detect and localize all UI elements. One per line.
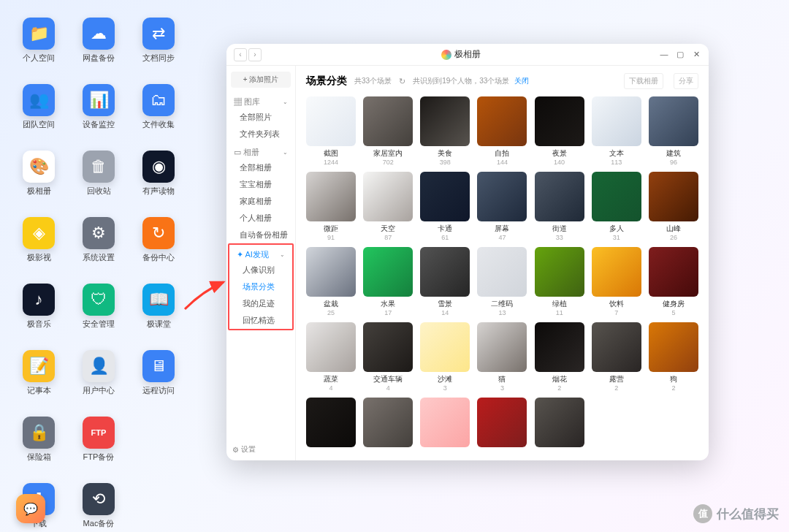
scene-tile[interactable]: 建筑96	[649, 96, 698, 166]
scene-name: 天空	[381, 224, 395, 234]
minimize-button[interactable]: —	[659, 50, 669, 59]
scene-tile[interactable]: 微距91	[306, 172, 356, 241]
scene-thumbnail	[363, 247, 413, 297]
scene-count: 33	[556, 234, 563, 241]
scene-thumbnail	[363, 398, 413, 447]
desktop-icon[interactable]: 🗂文件收集	[129, 84, 188, 130]
scene-tile[interactable]: 二维码13	[477, 247, 527, 316]
scene-tile[interactable]: 截图1244	[306, 96, 356, 166]
scene-tile[interactable]: 美食398	[420, 96, 470, 166]
share-button[interactable]: 分享	[674, 73, 698, 89]
scene-count: 14	[441, 309, 449, 316]
scene-tile[interactable]: 卡通61	[420, 172, 470, 241]
scene-tile[interactable]: 街道33	[535, 172, 584, 241]
desktop-icon[interactable]: ♪极音乐	[9, 284, 69, 330]
desktop-icon[interactable]: 🖥远程访问	[129, 350, 188, 396]
desktop-icon[interactable]: 🗑回收站	[69, 151, 129, 197]
sidebar-item[interactable]: 全部照片	[226, 109, 295, 126]
desktop-icon[interactable]: ◈极影视	[9, 217, 69, 263]
app-logo-icon	[441, 50, 451, 60]
refresh-icon[interactable]: ↻	[399, 77, 405, 86]
scene-tile[interactable]: 屏幕47	[477, 172, 527, 241]
desktop-icon[interactable]: FTPFTP备份	[69, 417, 129, 463]
sidebar-item[interactable]: 我的足迹	[229, 295, 292, 312]
desktop-icon[interactable]: 📝记事本	[9, 350, 69, 396]
scene-tile[interactable]: 水果17	[363, 247, 413, 316]
page-title: 场景分类	[306, 75, 347, 88]
sidebar-section[interactable]: ▭ 相册⌄	[226, 142, 295, 159]
scene-thumbnail	[420, 247, 470, 297]
sidebar-item[interactable]: 宝宝相册	[226, 176, 295, 193]
sidebar-item[interactable]: 回忆精选	[229, 312, 292, 329]
sidebar-section[interactable]: ▦ 图库⌄	[226, 92, 295, 109]
scene-count: 47	[498, 234, 506, 241]
scene-thumbnail	[535, 322, 584, 372]
desktop-icon[interactable]: 👤用户中心	[69, 350, 129, 396]
sidebar-item[interactable]: 家庭相册	[226, 193, 295, 210]
sidebar-item[interactable]: 全部相册	[226, 159, 295, 176]
scene-tile[interactable]: 健身房5	[649, 247, 698, 316]
scene-tile[interactable]: 夜景140	[535, 96, 584, 166]
desktop-icon[interactable]: 🔒保险箱	[9, 417, 69, 463]
chat-bubble-button[interactable]: 💬	[16, 494, 45, 523]
scene-tile[interactable]: 饮料7	[592, 247, 641, 316]
nav-forward-button[interactable]: ›	[248, 48, 262, 61]
settings-button[interactable]: ⚙ 设置	[232, 444, 256, 455]
scene-thumbnail	[649, 96, 698, 146]
scene-count: 2	[614, 384, 618, 392]
sidebar-item[interactable]: 自动备份相册	[226, 227, 295, 243]
scene-tile[interactable]: 蔬菜4	[306, 322, 356, 392]
desktop-icon[interactable]: 📁个人空间	[9, 18, 69, 64]
scene-tile[interactable]: 狗2	[649, 322, 698, 392]
close-link[interactable]: 关闭	[514, 77, 529, 85]
scene-tile[interactable]	[420, 398, 470, 449]
content-header: 场景分类 共33个场景 ↻ 共识别到19个人物，33个场景 关闭 下载相册 分享	[296, 66, 709, 96]
desktop-icon[interactable]: ◉有声读物	[129, 151, 188, 197]
recognition-info: 共识别到19个人物，33个场景 关闭	[413, 76, 529, 86]
scene-name: 卡通	[438, 224, 452, 234]
add-photo-button[interactable]: + 添加照片	[231, 72, 291, 88]
watermark: 值 什么值得买	[693, 504, 779, 523]
scene-tile[interactable]: 天空87	[363, 172, 413, 241]
download-album-button[interactable]: 下载相册	[624, 73, 663, 89]
desktop-icon[interactable]: ↻备份中心	[129, 217, 188, 263]
scene-tile[interactable]: 自拍144	[477, 96, 527, 166]
sidebar-item[interactable]: 场景分类	[229, 278, 292, 295]
close-button[interactable]: ✕	[691, 50, 701, 59]
sidebar-item[interactable]: 个人相册	[226, 210, 295, 227]
scene-tile[interactable]: 文本113	[592, 96, 641, 166]
desktop-icon[interactable]: 🛡安全管理	[69, 284, 129, 330]
scene-tile[interactable]: 雪景14	[420, 247, 470, 316]
desktop-icon[interactable]: 📊设备监控	[69, 84, 129, 130]
scene-tile[interactable]	[363, 398, 413, 449]
scene-tile[interactable]: 露营2	[592, 322, 641, 392]
desktop-icon[interactable]: ⇄文档同步	[129, 18, 188, 64]
desktop-icon[interactable]: ⚙系统设置	[69, 217, 129, 263]
maximize-button[interactable]: ▢	[675, 50, 685, 59]
scene-tile[interactable]	[306, 398, 356, 449]
scene-tile[interactable]: 绿植11	[535, 247, 584, 316]
desktop-icon[interactable]: ⟲Mac备份	[69, 483, 129, 529]
scene-tile[interactable]: 烟花2	[535, 322, 584, 392]
nav-back-button[interactable]: ‹	[234, 48, 247, 61]
desktop-icon[interactable]: 📖极课堂	[129, 284, 188, 330]
scene-tile[interactable]	[535, 398, 584, 449]
scene-tile[interactable]: 山峰26	[649, 172, 698, 241]
desktop-icon[interactable]: ☁网盘备份	[69, 18, 129, 64]
scene-tile[interactable]: 沙滩3	[420, 322, 470, 392]
desktop-icon[interactable]: 🎨极相册	[9, 151, 69, 197]
sidebar-section-ai[interactable]: ✦ AI发现⌄	[229, 245, 292, 262]
scene-name: 狗	[670, 374, 677, 384]
scene-name: 微距	[324, 224, 338, 234]
scene-tile[interactable]: 交通车辆4	[363, 322, 413, 392]
sidebar-item[interactable]: 文件夹列表	[226, 126, 295, 142]
scene-tile[interactable]	[477, 398, 527, 449]
scene-tile[interactable]: 猫3	[477, 322, 527, 392]
scene-name: 文本	[609, 148, 624, 159]
scene-tile[interactable]: 盆栽25	[306, 247, 356, 316]
scene-tile[interactable]: 家居室内702	[363, 96, 413, 166]
desktop-icon[interactable]: 👥团队空间	[9, 84, 69, 130]
sidebar-item[interactable]: 人像识别	[229, 262, 292, 278]
scene-count: 26	[670, 234, 677, 241]
scene-tile[interactable]: 多人31	[592, 172, 641, 241]
